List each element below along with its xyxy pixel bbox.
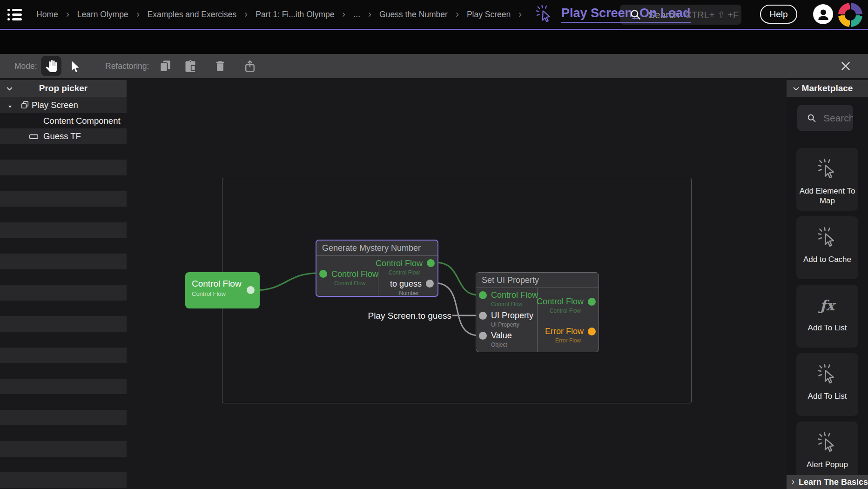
- port-control-flow-in[interactable]: [319, 270, 327, 278]
- pan-mode-button[interactable]: [41, 56, 61, 76]
- expand-caret-icon[interactable]: [7, 103, 13, 111]
- pin-label: Control Flow: [491, 290, 538, 300]
- breadcrumb-part1[interactable]: Part 1: Fi...ith Olympe: [256, 10, 334, 20]
- node-control-flow-start[interactable]: Control Flow Control Flow: [185, 272, 260, 308]
- marketplace-panel: Marketplace Search Add Element To Map Ad…: [787, 78, 868, 489]
- delete-button[interactable]: [214, 60, 227, 73]
- breadcrumb-guess-the-number[interactable]: Guess the Number: [379, 10, 448, 20]
- component-icon: [20, 100, 29, 111]
- learn-the-basics-bar[interactable]: Learn The Basics: [787, 475, 868, 489]
- breadcrumb-examples[interactable]: Examples and Exercises: [148, 10, 237, 20]
- tree-row-empty: [0, 269, 127, 285]
- pin-type: Object: [491, 342, 507, 348]
- pin-type: Control Flow: [491, 301, 522, 308]
- select-mode-button[interactable]: [68, 59, 83, 74]
- prop-picker-tree: Play Screen Content Component Guess TF: [0, 97, 127, 488]
- collapse-prop-picker-icon[interactable]: [6, 85, 13, 94]
- marketplace-title: Marketplace: [802, 83, 853, 94]
- editor-toolbar: Mode: Refactoring:: [0, 54, 868, 78]
- tree-item-label: Content Component: [43, 116, 121, 126]
- tree-item-content-component[interactable]: Content Component: [0, 113, 127, 129]
- learn-the-basics-label: Learn The Basics: [799, 477, 868, 487]
- click-action-icon: [535, 4, 554, 25]
- bound-value-label[interactable]: Play Screen.to guess: [368, 311, 451, 321]
- tree-row-empty: [0, 410, 127, 426]
- card-label: Add To List: [806, 391, 849, 401]
- pin-type: Control Flow: [389, 269, 420, 276]
- chevron-right-icon: [790, 478, 796, 486]
- close-editor-button[interactable]: [840, 60, 852, 72]
- tree-row-empty: [0, 285, 127, 301]
- click-action-icon: [817, 362, 838, 385]
- prop-picker-title: Prop picker: [39, 83, 88, 94]
- refactoring-label: Refactoring:: [105, 61, 149, 71]
- chevron-right-icon: [243, 12, 249, 18]
- marketplace-card-add-to-list[interactable]: Add To List: [796, 353, 858, 416]
- node-set-ui-property[interactable]: Set UI Property Control Flow Control Flo…: [476, 272, 599, 352]
- marketplace-card-add-element-to-map[interactable]: Add Element To Map: [796, 148, 858, 211]
- breadcrumb-learn-olympe[interactable]: Learn Olympe: [77, 10, 128, 20]
- search-icon: [807, 113, 816, 123]
- breadcrumb-ellipsis[interactable]: ...: [353, 10, 360, 20]
- card-label: Add to Cache: [801, 255, 853, 264]
- tree-item-label: Play Screen: [32, 100, 78, 110]
- marketplace-search-input[interactable]: Search: [797, 105, 853, 131]
- export-button[interactable]: [243, 60, 256, 73]
- pin-label: Value: [491, 331, 512, 341]
- pin-type: Control Flow: [334, 280, 365, 287]
- tree-item-play-screen[interactable]: Play Screen: [0, 97, 127, 113]
- port-value-in[interactable]: [479, 332, 487, 340]
- port-control-flow-out[interactable]: [247, 286, 255, 294]
- prop-picker-header: Prop picker: [0, 80, 127, 97]
- pin-label: UI Property: [491, 311, 533, 321]
- prop-picker-panel: Prop picker Play Screen Content Componen…: [0, 78, 127, 489]
- top-bar: Home Learn Olympe Examples and Exercises…: [0, 0, 868, 30]
- port-control-flow-out[interactable]: [588, 298, 596, 306]
- card-label: Add Element To Map: [796, 186, 858, 206]
- tree-row-empty: [0, 301, 127, 316]
- collapse-marketplace-icon[interactable]: [792, 85, 800, 94]
- tree-row-empty: [0, 254, 127, 269]
- tree-row-empty: [0, 191, 127, 207]
- pin-label: Control Flow: [537, 297, 584, 307]
- tree-row-empty: [0, 175, 127, 191]
- tree-row-empty: [0, 394, 127, 410]
- mode-label: Mode:: [14, 61, 37, 71]
- tree-row-empty: [0, 144, 127, 160]
- chevron-right-icon: [135, 12, 141, 18]
- tree-row-empty: [0, 379, 127, 395]
- click-action-icon: [817, 226, 838, 248]
- tree-row-empty: [0, 316, 127, 332]
- tree-row-empty: [0, 348, 127, 363]
- port-control-flow-in[interactable]: [479, 291, 487, 299]
- tree-item-guess-tf[interactable]: Guess TF: [0, 128, 127, 144]
- port-ui-property-in[interactable]: [479, 312, 487, 320]
- tree-row-empty: [0, 222, 127, 238]
- port-to-guess-out[interactable]: [426, 280, 434, 288]
- page-title[interactable]: Play Screen_On Load: [561, 6, 691, 23]
- tree-row-empty: [0, 160, 127, 175]
- pin-label: Error Flow: [545, 327, 584, 336]
- pin-type: UI Property: [491, 322, 519, 328]
- marketplace-card-add-to-cache[interactable]: Add to Cache: [796, 216, 858, 279]
- chevron-right-icon: [65, 12, 71, 18]
- olympe-logo[interactable]: [838, 3, 862, 27]
- card-label: Alert Popup: [805, 460, 850, 469]
- node-generate-mystery-number[interactable]: Generate Mystery Number Control Flow Con…: [316, 240, 438, 297]
- tree-row-empty: [0, 238, 127, 254]
- textfield-icon: [29, 132, 39, 143]
- paste-button[interactable]: [184, 60, 197, 73]
- marketplace-card-add-to-list-fx[interactable]: ƒx Add To List: [796, 285, 858, 348]
- breadcrumb-play-screen[interactable]: Play Screen: [467, 10, 511, 20]
- help-button[interactable]: Help: [760, 5, 797, 24]
- top-spacer: [0, 30, 868, 54]
- account-avatar[interactable]: [813, 4, 833, 24]
- copy-button[interactable]: [159, 60, 172, 73]
- port-error-flow-out[interactable]: [588, 328, 596, 335]
- breadcrumb-home[interactable]: Home: [36, 10, 58, 20]
- port-control-flow-out[interactable]: [427, 259, 435, 267]
- menu-icon[interactable]: [7, 6, 24, 23]
- pin-label: Control Flow: [331, 269, 378, 279]
- tree-row-empty: [0, 457, 127, 473]
- tree-row-empty: [0, 207, 127, 222]
